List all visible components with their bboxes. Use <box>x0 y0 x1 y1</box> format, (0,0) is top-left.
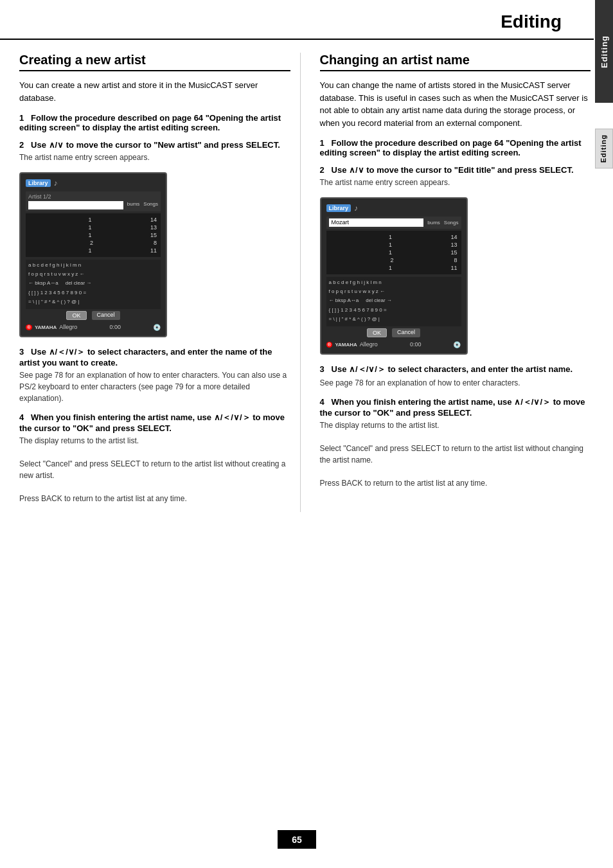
left-step-2-title: Use ∧/∨ to move the cursor to "New artis… <box>31 140 280 150</box>
editing-tab: Editing <box>595 0 613 103</box>
right-list-row-2: 113 <box>329 241 459 249</box>
right-sidebar-editing-label: Editing <box>595 128 613 168</box>
left-step-4: 4 When you finish entering the artist na… <box>19 412 290 504</box>
right-step-4: 4 When you finish entering the artist na… <box>320 396 591 489</box>
right-char-row-4: { [ ] } 1 2 3 4 5 6 7 8 9 0 = <box>329 306 459 314</box>
right-list-row-4: 28 <box>329 256 459 264</box>
right-list-row-1: 114 <box>329 233 459 241</box>
right-step-2: 2 Use ∧/∨ to move the cursor to "Edit ti… <box>320 165 591 188</box>
left-list-row-5: 111 <box>28 247 158 254</box>
left-step-3-desc: See page 78 for an explanation of how to… <box>19 369 290 404</box>
left-step-3-number: 3 <box>19 347 28 357</box>
right-step-2-title: Use ∧/∨ to move the cursor to "Edit titl… <box>332 165 574 175</box>
right-screen-mockup: Library ♪ Mozart bums Songs 114 113 115 … <box>320 197 468 355</box>
right-step-3: 3 Use ∧/＜/∨/＞ to select characters, and … <box>320 364 591 389</box>
left-step-2-number: 2 <box>19 140 28 150</box>
right-ok-button[interactable]: OK <box>367 328 387 337</box>
left-screen-music-icon: ♪ <box>54 179 58 188</box>
left-char-row-5: = \ | | " # * & ^ ( ) ? @ | <box>28 298 158 305</box>
left-screen-bottom: ® YAMAHA Allegro 0:00 💿 <box>26 324 161 331</box>
right-step-4-title: When you finish entering the artist name… <box>320 397 585 418</box>
left-cancel-button[interactable]: Cancel <box>92 311 120 320</box>
right-list-row-5: 111 <box>329 264 459 272</box>
right-disc-icon: 💿 <box>453 341 461 348</box>
right-screen-input: Mozart <box>329 218 424 227</box>
left-char-row-4: { [ ] } 1 2 3 4 5 6 7 8 9 0 = <box>28 289 158 296</box>
left-step-4-number: 4 <box>19 412 28 422</box>
right-cancel-button[interactable]: Cancel <box>392 328 420 337</box>
left-screen-input <box>28 201 123 209</box>
page-footer: 65 <box>0 817 594 849</box>
left-list-row-1: 114 <box>28 216 158 224</box>
left-char-row-1: a b c d e f g h i j k l m n <box>28 261 158 269</box>
left-time-display: 0:00 <box>109 324 121 330</box>
left-screen-mockup: Library ♪ Artist 1/2 bums Songs 114 113 … <box>19 172 167 337</box>
right-step-3-title: Use ∧/＜/∨/＞ to select characters, and en… <box>332 364 573 374</box>
left-step-4-desc: The display returns to the artist list.S… <box>19 435 290 504</box>
left-ok-button[interactable]: OK <box>66 311 86 320</box>
left-list-row-2: 113 <box>28 224 158 231</box>
right-step-1-title: Follow the procedure described on page 6… <box>320 138 582 157</box>
left-screen-buttons: OK Cancel <box>26 311 161 320</box>
right-step-2-desc: The artist name entry screen appears. <box>320 177 591 188</box>
right-time-display: 0:00 <box>410 341 422 348</box>
left-screen-logo: Library <box>26 179 51 187</box>
right-screen-col-headers: bums Songs <box>427 220 458 226</box>
left-list-row-3: 115 <box>28 231 158 239</box>
left-screen-list: 114 113 115 28 111 <box>26 213 161 257</box>
right-step-2-number: 2 <box>320 165 329 175</box>
left-step-4-title: When you finish entering the artist name… <box>19 412 285 433</box>
left-section-title: Creating a new artist <box>19 53 290 71</box>
left-screen-col-headers: bums Songs <box>127 201 158 209</box>
left-list-row-4: 28 <box>28 239 158 247</box>
right-step-1-number: 1 <box>320 138 329 148</box>
left-model-label: Allegro <box>59 324 77 330</box>
right-step-3-desc: See page 78 for an explanation of how to… <box>320 377 591 389</box>
left-step-2: 2 Use ∧/∨ to move the cursor to "New art… <box>19 140 290 163</box>
right-step-4-number: 4 <box>320 397 329 407</box>
left-intro: You can create a new artist and store it… <box>19 79 290 104</box>
right-screen-bottom: ® YAMAHA Allegro 0:00 💿 <box>326 341 461 348</box>
left-step-1-title: Follow the procedure described on page 6… <box>19 113 281 132</box>
right-screen-logo: Library <box>326 204 351 212</box>
left-step-3: 3 Use ∧/＜/∨/＞ to select characters, and … <box>19 346 290 404</box>
right-screen-buttons: OK Cancel <box>326 328 461 337</box>
left-column: Creating a new artist You can create a n… <box>19 53 301 512</box>
right-char-row-5: = \ | | " # * & ^ ( ) ? @ | <box>329 315 459 323</box>
left-step-1-number: 1 <box>19 113 28 123</box>
page-title: Editing <box>0 0 594 40</box>
left-disc-icon: 💿 <box>153 324 161 331</box>
right-char-row-1: a b c d e f g h i j k l m n <box>329 279 459 286</box>
right-screen-music-icon: ♪ <box>354 204 358 213</box>
right-intro: You can change the name of artists store… <box>320 79 591 129</box>
right-column: Changing an artist name You can change t… <box>314 53 591 512</box>
page-number: 65 <box>278 830 316 849</box>
left-step-2-desc: The artist name entry screen appears. <box>19 152 290 163</box>
left-char-row-2: f o p q r s t u v w x y z ← <box>28 270 158 278</box>
right-step-1: 1 Follow the procedure described on page… <box>320 138 591 157</box>
right-section-title: Changing an artist name <box>320 53 591 71</box>
right-screen-list: 114 113 115 28 111 <box>326 231 461 274</box>
left-char-row-3: ← bksp A↔a del clear → <box>28 279 158 287</box>
right-step-4-desc: The display returns to the artist list.S… <box>320 420 591 489</box>
right-char-row-2: f o p q r s t u v w x y z ← <box>329 288 459 295</box>
right-step-3-number: 3 <box>320 364 329 374</box>
right-list-row-3: 115 <box>329 249 459 256</box>
right-yamaha-logo: YAMAHA <box>335 342 357 348</box>
right-char-row-3: ← bksp A↔a del clear → <box>329 297 459 304</box>
left-screen-input-label: Artist 1/2 <box>28 193 158 200</box>
left-step-3-title: Use ∧/＜/∨/＞ to select characters, and en… <box>19 347 272 368</box>
left-yamaha-logo: YAMAHA <box>35 324 57 330</box>
right-model-label: Allegro <box>360 341 378 348</box>
left-step-1: 1 Follow the procedure described on page… <box>19 113 290 132</box>
